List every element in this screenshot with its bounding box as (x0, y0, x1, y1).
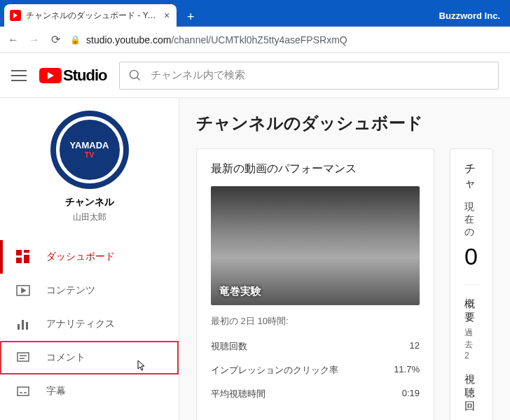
card-title: 最新の動画のパフォーマンス (211, 162, 420, 176)
reload-button[interactable]: ⟳ (49, 33, 62, 46)
stat-label: 平均視聴時間 (211, 388, 266, 400)
url-path: /channel/UCMTkl0hZ5tty4aseFPSRxmQ (171, 34, 347, 46)
stat-value: 11.7% (394, 364, 420, 377)
sidebar-item-label: 字幕 (46, 385, 66, 398)
browser-tab[interactable]: チャンネルのダッシュボード - YouTube × (4, 4, 177, 27)
sidebar-item-label: ダッシュボード (46, 251, 115, 263)
card-latest-video: 最新の動画のパフォーマンス 竜巻実験 最初の 2日 10時間: 視聴回数 12 … (196, 148, 434, 420)
sidebar-item-analytics[interactable]: アナリティクス (0, 307, 179, 341)
sidebar: YAMADA TV チャンネル 山田太郎 ダッシュボード コンテンツ アナリティ… (0, 98, 179, 420)
period-label: 最初の 2日 10時間: (211, 315, 420, 328)
app-header: Studio チャンネル内で検索 (0, 53, 510, 98)
svg-rect-9 (22, 320, 24, 330)
tab-title: チャンネルのダッシュボード - YouTube (26, 10, 159, 22)
analytics-icon (15, 316, 31, 332)
stat-row-avg-duration: 平均視聴時間 0:19 (211, 382, 420, 406)
views-label: 視聴回 (464, 373, 478, 413)
channel-avatar-block: YAMADA TV チャンネル 山田太郎 (0, 111, 179, 230)
channel-owner: 山田太郎 (0, 211, 179, 223)
sidebar-item-content[interactable]: コンテンツ (0, 274, 179, 307)
lock-icon: 🔒 (70, 35, 81, 45)
svg-rect-3 (24, 250, 29, 253)
stat-value: 0:19 (402, 388, 420, 400)
url-host: studio.youtube.com (86, 34, 171, 46)
window-brand: Buzzword Inc. (439, 10, 510, 27)
comments-icon (15, 350, 31, 365)
search-placeholder: チャンネル内で検索 (151, 69, 245, 82)
svg-rect-4 (24, 255, 29, 263)
sidebar-item-subtitles[interactable]: 字幕 (0, 374, 179, 408)
close-icon[interactable]: × (164, 10, 170, 21)
svg-line-1 (137, 77, 140, 80)
youtube-favicon (10, 10, 21, 21)
subscribers-value: 0 (464, 243, 478, 270)
studio-logo[interactable]: Studio (39, 66, 106, 85)
avatar-line2: TV (70, 150, 109, 160)
stat-row-views: 視聴回数 12 (211, 335, 420, 358)
stat-row-ctr: インプレッションのクリック率 11.7% (211, 358, 420, 382)
search-icon (128, 69, 142, 83)
logo-text: Studio (63, 66, 106, 85)
svg-point-0 (130, 70, 139, 78)
card-title: チャ (464, 162, 478, 191)
main-content: チャンネルのダッシュボード 最新の動画のパフォーマンス 竜巻実験 最初の 2日 … (179, 98, 510, 420)
channel-label: チャンネル (0, 196, 179, 209)
search-input[interactable]: チャンネル内で検索 (119, 62, 499, 90)
sidebar-item-comments[interactable]: コメント (0, 341, 179, 374)
summary-label: 概要 (464, 298, 478, 324)
svg-marker-7 (22, 288, 25, 293)
subscribers-label: 現在の (464, 201, 478, 239)
stat-label: 視聴回数 (211, 340, 247, 353)
url-field[interactable]: 🔒 studio.youtube.com/channel/UCMTkl0hZ5t… (70, 34, 503, 46)
svg-rect-2 (16, 250, 22, 255)
stat-value: 12 (410, 340, 420, 353)
sidebar-item-label: コンテンツ (46, 284, 95, 297)
video-thumbnail[interactable]: 竜巻実験 (211, 186, 420, 305)
avatar[interactable]: YAMADA TV (50, 111, 129, 189)
avatar-line1: YAMADA (70, 140, 109, 150)
forward-button[interactable]: → (28, 34, 41, 46)
browser-titlebar: チャンネルのダッシュボード - YouTube × + Buzzword Inc… (0, 0, 510, 27)
page-title: チャンネルのダッシュボード (196, 112, 493, 134)
svg-rect-10 (26, 322, 28, 330)
svg-rect-11 (18, 353, 29, 361)
hamburger-icon[interactable] (11, 70, 27, 81)
sidebar-item-label: コメント (46, 351, 85, 364)
card-channel-analytics: チャ 現在の 0 概要 過去 2 視聴回 総再生 人気の 過去 4 (450, 148, 493, 420)
divider (464, 284, 478, 285)
subtitles-icon (15, 384, 31, 399)
new-tab-button[interactable]: + (181, 7, 200, 27)
cursor-icon (134, 359, 146, 373)
dashboard-icon (15, 249, 31, 265)
svg-rect-8 (18, 324, 20, 330)
content-icon (15, 283, 31, 298)
sidebar-item-label: アナリティクス (46, 318, 115, 330)
svg-rect-14 (18, 387, 29, 396)
svg-rect-5 (16, 258, 22, 263)
youtube-icon (39, 68, 62, 83)
video-title: 竜巻実験 (219, 285, 261, 298)
browser-address-bar: ← → ⟳ 🔒 studio.youtube.com/channel/UCMTk… (0, 27, 510, 53)
sidebar-item-dashboard[interactable]: ダッシュボード (0, 240, 179, 274)
summary-sub: 過去 2 (464, 327, 478, 360)
back-button[interactable]: ← (7, 34, 20, 46)
stat-label: インプレッションのクリック率 (211, 364, 338, 377)
